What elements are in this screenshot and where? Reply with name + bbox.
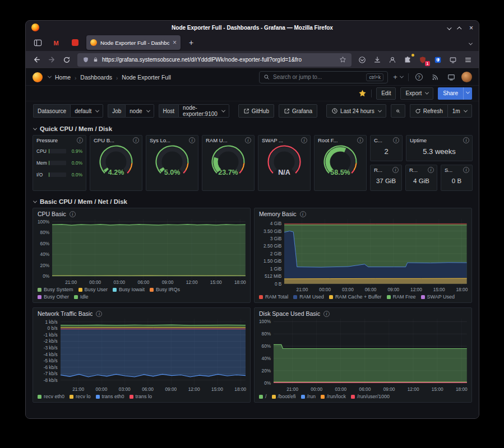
new-tab-button[interactable] bbox=[184, 36, 198, 49]
legend-item[interactable]: /run/lock bbox=[321, 393, 346, 400]
legend-item[interactable]: /run/user/1000 bbox=[351, 393, 390, 400]
legend-item[interactable]: Busy Other bbox=[38, 293, 69, 300]
menu-button[interactable] bbox=[461, 53, 475, 67]
variable-host[interactable]: Host node-exporter:9100 bbox=[159, 104, 229, 118]
window-minimize-button[interactable] bbox=[447, 22, 450, 32]
info-icon[interactable] bbox=[301, 137, 307, 143]
panel-header[interactable]: CPU Basic bbox=[33, 208, 250, 218]
info-icon[interactable] bbox=[245, 137, 251, 143]
refresh-interval-dropdown[interactable]: 1m bbox=[447, 104, 472, 118]
window-titlebar[interactable]: Node Exporter Full - Dashboards - Grafan… bbox=[26, 21, 479, 34]
info-icon[interactable] bbox=[300, 211, 306, 217]
grafana-link-button[interactable]: Grafana bbox=[279, 104, 317, 118]
help-button[interactable] bbox=[413, 71, 425, 83]
tv-mode-button[interactable] bbox=[445, 71, 457, 83]
pinned-tab-app[interactable] bbox=[67, 36, 83, 49]
breadcrumb-home[interactable]: Home bbox=[55, 74, 71, 81]
info-icon[interactable] bbox=[463, 137, 469, 143]
legend-item[interactable]: RAM Free bbox=[387, 293, 416, 300]
panel-title[interactable]: RAM U... bbox=[206, 137, 228, 143]
github-link-button[interactable]: GitHub bbox=[238, 104, 274, 118]
panel-title[interactable]: C... bbox=[374, 137, 382, 143]
info-icon[interactable] bbox=[70, 211, 76, 217]
user-avatar[interactable] bbox=[461, 72, 472, 82]
time-range-picker[interactable]: Last 24 hours bbox=[326, 104, 386, 118]
legend-item[interactable]: trans lo bbox=[130, 393, 152, 400]
variable-datasource[interactable]: Datasource default bbox=[33, 104, 103, 118]
reload-button[interactable] bbox=[59, 53, 74, 67]
info-icon[interactable] bbox=[96, 311, 102, 317]
legend-item[interactable]: RAM Cache + Buffer bbox=[329, 293, 382, 300]
grafana-logo-icon[interactable] bbox=[33, 72, 43, 82]
legend-item[interactable]: recv eth0 bbox=[38, 393, 64, 400]
forward-button[interactable] bbox=[44, 53, 59, 67]
list-tabs-button[interactable] bbox=[468, 38, 474, 48]
legend-item[interactable]: recv lo bbox=[70, 393, 91, 400]
firefox-view-button[interactable] bbox=[30, 36, 45, 49]
adblocker-button[interactable]: 1 bbox=[415, 53, 430, 67]
share-dropdown-chevron-icon[interactable] bbox=[463, 87, 472, 100]
extensions-button[interactable] bbox=[400, 53, 415, 67]
legend-item[interactable]: RAM Total bbox=[259, 293, 288, 300]
info-icon[interactable] bbox=[463, 167, 469, 173]
legend-item[interactable]: Busy User bbox=[78, 286, 108, 293]
downloads-button[interactable] bbox=[370, 53, 385, 67]
news-button[interactable] bbox=[429, 71, 441, 83]
account-button[interactable] bbox=[385, 53, 400, 67]
panel-title[interactable]: S... bbox=[445, 167, 452, 173]
back-button[interactable] bbox=[29, 53, 44, 67]
panel-title[interactable]: Sys Lo... bbox=[150, 137, 170, 143]
row-quick-cpu-mem-disk[interactable]: Quick CPU / Mem / Disk bbox=[33, 123, 472, 135]
info-icon[interactable] bbox=[357, 137, 363, 143]
info-icon[interactable] bbox=[393, 137, 399, 143]
legend-item[interactable]: /boot/efi bbox=[272, 393, 296, 400]
pinned-tab-gmail[interactable] bbox=[48, 36, 64, 49]
favorite-star-icon[interactable] bbox=[358, 89, 367, 97]
pocket-button[interactable] bbox=[355, 53, 369, 67]
url-bar[interactable]: https://grafana.systemsobscure.net/d/rYd… bbox=[77, 53, 352, 67]
info-icon[interactable] bbox=[189, 137, 195, 143]
info-icon[interactable] bbox=[392, 167, 399, 173]
panel-header[interactable]: Memory Basic bbox=[255, 208, 471, 218]
variable-job[interactable]: Job node bbox=[108, 104, 154, 118]
panel-title[interactable]: CPU B... bbox=[94, 137, 114, 143]
panel-title[interactable]: Root F... bbox=[318, 137, 337, 143]
breadcrumb-dashboards[interactable]: Dashboards bbox=[80, 74, 112, 81]
panel-title[interactable]: R... bbox=[409, 167, 418, 173]
screenshare-button[interactable] bbox=[446, 53, 460, 67]
bookmark-star-icon[interactable] bbox=[339, 56, 346, 63]
info-icon[interactable] bbox=[428, 167, 434, 173]
panel-header[interactable]: Network Traffic Basic bbox=[33, 308, 250, 318]
panel-title[interactable]: R... bbox=[374, 167, 382, 173]
legend-item[interactable]: SWAP Used bbox=[421, 293, 455, 300]
info-icon[interactable] bbox=[77, 137, 83, 143]
panel-title[interactable]: SWAP ... bbox=[262, 137, 283, 143]
legend-item[interactable]: /run bbox=[301, 393, 316, 400]
legend-item[interactable]: Idle bbox=[74, 293, 89, 300]
info-icon[interactable] bbox=[133, 137, 139, 143]
legend-item[interactable]: / bbox=[259, 393, 267, 400]
tab-close-icon[interactable] bbox=[173, 40, 177, 46]
legend-item[interactable]: RAM Used bbox=[293, 293, 324, 300]
legend-item[interactable]: Busy Iowait bbox=[113, 286, 145, 293]
active-tab[interactable]: Node Exporter Full - Dashbo bbox=[86, 35, 181, 50]
password-manager-button[interactable] bbox=[431, 53, 445, 67]
export-button[interactable]: Export bbox=[400, 87, 433, 100]
share-button[interactable]: Share bbox=[438, 87, 472, 100]
panel-header[interactable]: Disk Space Used Basic bbox=[255, 308, 471, 318]
org-switcher-chevron-icon[interactable] bbox=[48, 74, 52, 78]
panel-title[interactable]: Uptime bbox=[410, 137, 427, 143]
legend-item[interactable]: Busy System bbox=[38, 286, 73, 293]
tracking-protection-shield-icon[interactable] bbox=[82, 57, 89, 63]
legend-item[interactable]: trans eth0 bbox=[96, 393, 124, 400]
new-dashboard-button[interactable]: + bbox=[392, 71, 404, 83]
panel-title[interactable]: Pressure bbox=[36, 137, 58, 143]
window-maximize-button[interactable] bbox=[458, 22, 461, 32]
lock-icon[interactable] bbox=[93, 57, 99, 63]
search-input[interactable]: Search or jump to... ctrl+k bbox=[259, 71, 388, 83]
row-basic-cpu-mem-net-disk[interactable]: Basic CPU / Mem / Net / Disk bbox=[33, 195, 472, 208]
zoom-out-button[interactable] bbox=[391, 104, 405, 118]
edit-button[interactable]: Edit bbox=[376, 87, 396, 100]
refresh-button[interactable]: Refresh bbox=[410, 104, 447, 118]
window-close-button[interactable] bbox=[469, 22, 473, 32]
